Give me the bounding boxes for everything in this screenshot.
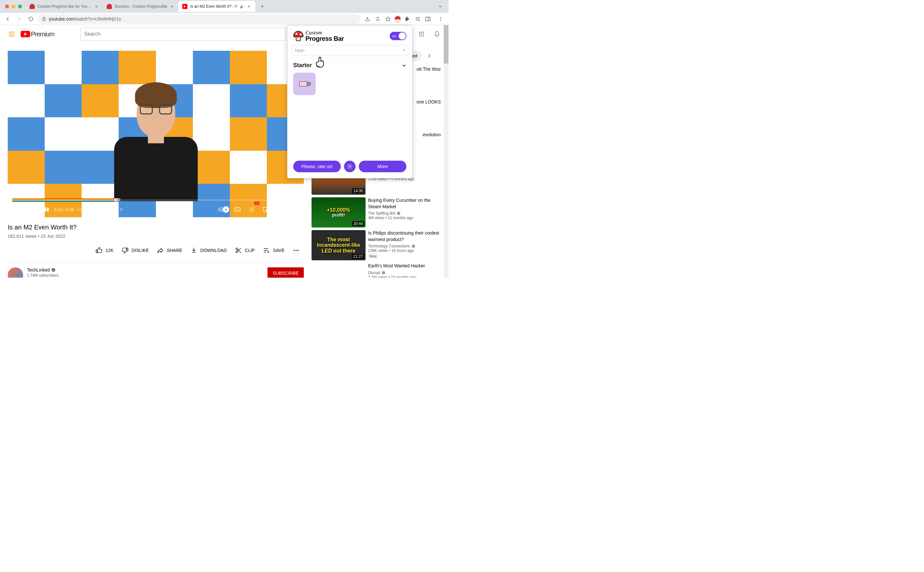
rate-us-button[interactable]: Please, rate us! [293, 161, 341, 172]
minimize-window-button[interactable] [12, 5, 16, 8]
settings-button[interactable]: HD [246, 204, 258, 215]
chapter-display[interactable]: • Intel Arc A380 review [76, 207, 123, 212]
custom-progress-bar[interactable] [12, 199, 299, 202]
more-actions-button[interactable] [288, 244, 304, 257]
video-player[interactable]: 2:13 / 6:28 • Intel Arc A380 review [8, 51, 304, 217]
video-info: Buying Every Cucumber on the Steam Marke… [368, 197, 441, 227]
ellipsis-icon [292, 247, 300, 254]
svg-point-31 [382, 271, 385, 274]
lock-icon [42, 17, 46, 21]
chrome-menu-icon[interactable] [436, 14, 445, 23]
extension-section: Starter [288, 58, 412, 99]
section-header[interactable]: Starter [293, 62, 406, 69]
close-tab-icon[interactable]: × [94, 4, 99, 9]
scroll-thumb[interactable] [444, 25, 448, 64]
svg-point-9 [421, 33, 422, 34]
maximize-window-button[interactable] [18, 5, 22, 8]
fullscreen-button[interactable] [288, 204, 300, 215]
page-scrollbar[interactable] [444, 25, 448, 278]
subscribe-button[interactable]: SUBSCRIBE [268, 267, 304, 278]
extension-mushroom-icon[interactable] [394, 15, 401, 23]
reload-button[interactable] [26, 14, 35, 23]
chip-next-button[interactable] [424, 51, 434, 61]
dislike-button[interactable]: DISLIKE [117, 244, 153, 257]
toolbar-actions [363, 14, 445, 23]
close-tab-icon[interactable]: × [170, 4, 174, 9]
share-arrow-icon [157, 247, 164, 254]
settings-button[interactable] [344, 161, 356, 172]
hd-badge: HD [254, 202, 260, 205]
tab-list-dropdown[interactable] [434, 5, 446, 8]
bookmark-star-icon[interactable] [384, 14, 392, 23]
toggle-state-label: on [390, 34, 396, 38]
theater-mode-button[interactable] [274, 204, 286, 215]
extension-search-input[interactable] [291, 45, 408, 55]
apps-grid-icon[interactable] [415, 28, 428, 40]
browser-tab-1[interactable]: Custom Progress Bar for YouTu × [26, 1, 103, 12]
youtube-premium-logo[interactable]: Premium [20, 31, 54, 38]
related-channel-name: Disrupt [368, 270, 441, 275]
svg-point-6 [421, 32, 422, 33]
scissors-icon [235, 247, 243, 254]
like-button[interactable]: 12K [91, 244, 117, 257]
tab-title: Custom Progress Bar for YouTu [37, 4, 91, 9]
install-app-icon[interactable] [363, 14, 372, 23]
address-bar[interactable]: youtube.com/watch?v=r2lmhHHj21s [38, 14, 360, 24]
browser-tab-2[interactable]: Success - Custom ProgressBa × [103, 1, 179, 12]
new-tab-button[interactable]: + [258, 2, 267, 11]
svg-point-29 [397, 212, 400, 215]
video-title: Is an M2 Even Worth It? [8, 224, 304, 231]
tab-title: Success - Custom ProgressBa [114, 4, 167, 9]
video-duration: 20:44 [352, 221, 364, 226]
forward-button[interactable] [15, 14, 24, 23]
nyan-cat-progress-item[interactable] [293, 73, 316, 95]
rainbow-progress [12, 199, 115, 202]
channel-name[interactable]: TechLinked [27, 267, 264, 272]
svg-point-32 [349, 166, 351, 168]
related-video-item[interactable]: +10,000%profit!20:44Buying Every Cucumbe… [311, 197, 441, 227]
svg-point-24 [296, 250, 297, 251]
clip-button[interactable]: CLIP [231, 244, 259, 257]
more-button[interactable]: More [359, 161, 406, 172]
thumbs-down-icon [121, 247, 129, 254]
video-duration: 14:35 [352, 188, 364, 193]
browser-chrome: Custom Progress Bar for YouTu × Success … [0, 0, 448, 25]
svg-point-23 [294, 250, 295, 251]
save-button[interactable]: SAVE [259, 244, 288, 257]
close-window-button[interactable] [5, 5, 9, 8]
related-video-item[interactable]: Earth's Most Wanted HackerDisrupt3.7M vi… [311, 263, 441, 278]
share-icon[interactable] [373, 14, 382, 23]
clear-search-icon[interactable]: × [403, 48, 406, 53]
audio-playing-icon[interactable]: 🔊 [240, 5, 244, 8]
svg-rect-14 [16, 207, 17, 212]
extension-footer: Please, rate us! More [288, 157, 412, 178]
search-container [80, 28, 286, 40]
next-video-button[interactable] [26, 204, 37, 215]
notifications-bell-icon[interactable] [431, 28, 443, 40]
extension-enable-toggle[interactable]: on [390, 32, 406, 40]
volume-button[interactable] [40, 204, 51, 215]
progress-bar-items [293, 73, 406, 95]
video-thumbnail [311, 263, 366, 278]
channel-avatar[interactable] [8, 267, 23, 278]
search-input[interactable] [80, 28, 286, 40]
pause-button[interactable] [12, 204, 23, 215]
browser-tab-3-active[interactable]: Is an M2 Even Worth It? - Y 🔊 × [179, 1, 255, 12]
svg-rect-0 [426, 17, 430, 21]
hamburger-menu-button[interactable] [5, 28, 18, 40]
autoplay-toggle[interactable] [218, 207, 229, 212]
side-panel-icon[interactable] [423, 14, 432, 23]
related-video-item[interactable]: The most incandescent-like LED out there… [311, 230, 441, 260]
svg-point-11 [419, 35, 420, 36]
miniplayer-button[interactable] [260, 204, 272, 215]
back-button[interactable] [3, 14, 12, 23]
reading-list-icon[interactable] [413, 14, 422, 23]
download-button[interactable]: DOWNLOAD [186, 244, 230, 257]
svg-point-30 [412, 244, 415, 248]
extensions-puzzle-icon[interactable] [403, 14, 412, 23]
share-button[interactable]: SHARE [153, 244, 186, 257]
captions-button[interactable] [232, 204, 243, 215]
close-tab-icon[interactable]: × [246, 4, 251, 9]
svg-point-3 [440, 18, 442, 19]
verified-icon [382, 271, 386, 275]
